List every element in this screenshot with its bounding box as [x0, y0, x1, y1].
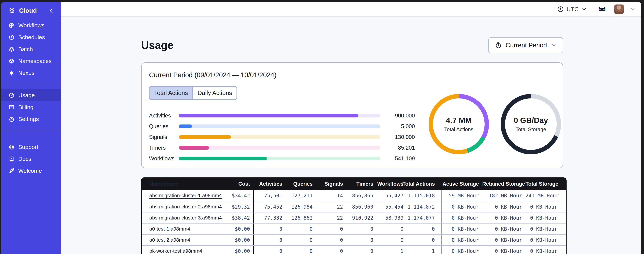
- topbar: UTC: [61, 2, 641, 17]
- timers-bar: [179, 146, 380, 150]
- sidebar-item-docs[interactable]: Docs: [1, 153, 61, 165]
- signals-bar: [179, 135, 380, 139]
- namespace-link[interactable]: abs-migration-cluster-1.a98mm4: [149, 193, 222, 198]
- col-header-activities: Activities: [254, 181, 286, 187]
- sidebar-item-label: Welcome: [18, 168, 42, 174]
- user-avatar[interactable]: [614, 4, 624, 14]
- sidebar-nav-account: Usage Billing Settings: [1, 89, 61, 125]
- sidebar-item-settings[interactable]: Settings: [1, 113, 61, 125]
- namespace-link[interactable]: bk-worker-test.a98mm4: [149, 248, 202, 254]
- table-row: abs-migration-cluster-2.a98mm4 $29.32 75…: [142, 201, 566, 212]
- timezone-selector[interactable]: UTC: [555, 4, 589, 14]
- bar-label: Signals: [149, 134, 179, 140]
- chevron-down-icon: [630, 6, 636, 12]
- cell-timers: 0: [346, 237, 377, 243]
- sidebar-item-nexus[interactable]: Nexus: [1, 67, 61, 79]
- tab-daily-actions[interactable]: Daily Actions: [192, 86, 236, 99]
- col-header-active-storage: Active Storage: [442, 181, 482, 187]
- sidebar-nav-footer: Support Docs Welcome: [1, 141, 61, 177]
- table-body: abs-migration-cluster-1.a98mm4 $34.42 75…: [142, 190, 566, 254]
- cell-active-storage: 0 KB-Hour: [442, 215, 482, 221]
- col-header-total-storage: Total Storage: [526, 181, 566, 187]
- sidebar-item-batch[interactable]: Batch: [1, 43, 61, 55]
- period-dropdown-button[interactable]: Current Period: [488, 37, 563, 53]
- chevron-down-icon: [581, 6, 587, 12]
- cell-queries: 126,984: [286, 204, 316, 210]
- cell-total-actions: 1,115,018: [407, 190, 442, 201]
- cell-signals: 14: [316, 193, 346, 198]
- cell-retained-storage: 0 KB-Hour: [482, 237, 526, 243]
- schedules-icon: [9, 34, 14, 40]
- user-menu-button[interactable]: [628, 5, 637, 14]
- sidebar-item-usage[interactable]: Usage: [1, 89, 61, 101]
- bar-label: Queries: [149, 123, 179, 130]
- cell-total-storage: 0 KB-Hour: [526, 237, 566, 243]
- cell-signals: 0: [316, 226, 346, 232]
- total-storage-label: Total Storage: [516, 126, 546, 132]
- sidebar-item-welcome[interactable]: Welcome: [1, 165, 61, 177]
- cell-active-storage: 0 KB-Hour: [442, 204, 482, 210]
- cell-timers: 856,960: [346, 204, 377, 210]
- cell-queries: 0: [286, 248, 316, 254]
- sidebar-item-support[interactable]: Support: [1, 141, 61, 153]
- cell-total-storage: 0 KB-Hour: [526, 204, 566, 210]
- table-row: a0-test-2.a98mm4 $0.00 0 0 0 0 0 0 0 KB-…: [142, 234, 566, 245]
- sidebar-nav-main: Workflows Schedules Batch: [1, 20, 61, 79]
- sidebar-divider: [1, 130, 61, 130]
- col-header-cost: Cost: [221, 178, 254, 190]
- total-actions-donut: 4.7 MM Total Actions: [428, 94, 489, 154]
- cell-signals: 0: [316, 237, 346, 243]
- cell-activities: 0: [254, 237, 286, 243]
- app-window: Cloud Workflows Schedul: [1, 2, 641, 254]
- cell-cost: $0.00: [221, 224, 254, 234]
- sidebar-item-label: Workflows: [18, 22, 44, 29]
- cell-timers: 0: [346, 226, 377, 232]
- col-header-signals: Signals: [316, 181, 346, 187]
- cell-total-actions: 0: [407, 234, 442, 245]
- usage-icon: [9, 92, 14, 98]
- welcome-icon: [9, 168, 14, 174]
- cell-timers: 856,865: [346, 193, 377, 198]
- sidebar: Cloud Workflows Schedul: [1, 2, 61, 254]
- namespace-link[interactable]: abs-migration-cluster-3.a98mm4: [149, 215, 222, 220]
- usage-page: Usage Current Period Current Period (09/…: [61, 17, 641, 254]
- sidebar-item-namespaces[interactable]: Namespaces: [1, 55, 61, 67]
- cell-timers: 0: [346, 248, 377, 254]
- total-storage-value: 0 GB/Day: [514, 116, 548, 125]
- workflows-bar: [179, 157, 380, 160]
- cell-total-storage: 0 KB-Hour: [526, 248, 566, 254]
- cell-cost: $29.32: [221, 202, 254, 212]
- table-row: bk-worker-test.a98mm4 $0.00 0 0 0 0 1 1 …: [142, 245, 566, 254]
- cell-workflows: 0: [377, 237, 407, 243]
- settings-icon: [9, 116, 14, 122]
- col-header-namespace: Namespace: [142, 181, 221, 187]
- namespace-link[interactable]: a0-test-2.a98mm4: [149, 237, 190, 242]
- bar-value: 900,000: [380, 112, 416, 119]
- cell-queries: 0: [286, 226, 316, 232]
- sidebar-item-workflows[interactable]: Workflows: [1, 20, 61, 31]
- bar-row-signals: Signals 130,000: [149, 132, 416, 142]
- namespace-link[interactable]: a0-test-1.a98mm4: [149, 226, 190, 232]
- sidebar-item-schedules[interactable]: Schedules: [1, 31, 61, 43]
- temporal-cloud-logo-icon: [9, 8, 15, 14]
- cell-active-storage: 0 KB-Hour: [442, 226, 482, 232]
- actions-view-tabs: Total Actions Daily Actions: [149, 86, 237, 100]
- cell-workflows: 55,454: [377, 204, 407, 210]
- sidebar-item-label: Billing: [18, 104, 34, 110]
- collapse-sidebar-icon[interactable]: [48, 8, 54, 14]
- namespace-link[interactable]: abs-migration-cluster-2.a98mm4: [149, 204, 222, 210]
- billing-icon: [9, 104, 14, 110]
- nerdfaces-button[interactable]: [597, 4, 608, 14]
- sidebar-item-billing[interactable]: Billing: [1, 101, 61, 113]
- bar-row-activities: Activities 900,000: [149, 110, 416, 121]
- bar-label: Timers: [149, 144, 179, 151]
- sidebar-brand[interactable]: Cloud: [1, 2, 61, 20]
- bar-value: 85,201: [380, 144, 416, 151]
- total-actions-value: 4.7 MM: [446, 116, 472, 125]
- cell-total-actions: 1: [407, 246, 442, 254]
- actions-bar-chart: Activities 900,000 Queries 5,000 Signals: [149, 110, 416, 164]
- batch-icon: [9, 46, 14, 52]
- timezone-label: UTC: [566, 6, 579, 12]
- tab-total-actions[interactable]: Total Actions: [150, 86, 192, 99]
- cell-workflows: 0: [377, 226, 407, 232]
